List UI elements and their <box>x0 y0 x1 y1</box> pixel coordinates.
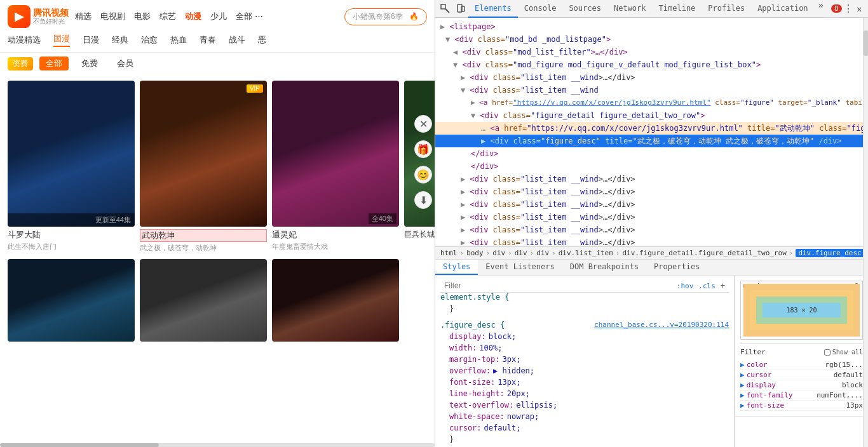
tab-console[interactable]: Console <box>518 0 563 18</box>
dom-line-mod-bd[interactable]: ▼ <div class="mod_bd _mod_listpage"> <box>435 33 868 46</box>
bc-figure-detail[interactable]: div.figure_detail.figure_detail_two_row <box>622 249 786 257</box>
dom-line-list-item-7[interactable]: ▶ <div class="list_item __wind>…</div> <box>435 223 868 236</box>
nav-quanbu[interactable]: 全部 ⋯ <box>236 11 263 22</box>
dom-line-anchor-cover[interactable]: ▶ <a href="https://v.qq.com/x/cover/jg1s… <box>435 97 868 109</box>
expand-font-size[interactable]: ▶ <box>740 401 745 410</box>
expand-cursor[interactable]: ▶ <box>740 371 745 379</box>
card-sub-tongling: 年度鬼畜爱情大戏 <box>272 242 399 251</box>
add-rule-button[interactable]: + <box>721 281 725 290</box>
search-box[interactable]: 小猪佩奇第6季 🔥 <box>344 8 427 25</box>
filter-all[interactable]: 全部 <box>39 57 69 70</box>
card-row-1: 更新至44集 斗罗大陆 此生不悔入唐门 VIP 武动乾坤 武之极，破苍穹，动乾坤… <box>8 81 427 253</box>
dom-line-list-item-8[interactable]: ▶ <div class="list_item __wind>…</div> <box>435 236 868 246</box>
dom-line-list-item-5[interactable]: ▶ <div class="list_item __wind>…</div> <box>435 198 868 211</box>
tab-dom-breakpoints[interactable]: DOM Breakpoints <box>562 260 646 275</box>
cat-guoman[interactable]: 国漫 <box>53 33 70 47</box>
card-img-douluo: 更新至44集 <box>8 81 135 227</box>
hov-button[interactable]: :hov <box>677 282 694 290</box>
devtools-scrollbar[interactable] <box>863 18 868 447</box>
more-tabs-icon[interactable]: » <box>815 0 827 18</box>
bc-div2[interactable]: div <box>515 249 527 257</box>
dom-line-list-item-3[interactable]: ▶ <div class="list_item __wind>…</div> <box>435 173 868 185</box>
card-title-douluo: 斗罗大陆 <box>8 229 135 241</box>
bc-body[interactable]: body <box>466 249 484 257</box>
box-model: margin 3 border – padding- <box>735 276 868 417</box>
filter-member[interactable]: 会员 <box>111 57 140 70</box>
show-all-checkbox[interactable] <box>824 349 831 356</box>
nav-dianying[interactable]: 电影 <box>134 11 151 22</box>
cat-riman[interactable]: 日漫 <box>83 34 99 46</box>
cat-qingchun[interactable]: 青春 <box>200 34 216 46</box>
dom-line-figure-detail[interactable]: ▼ <div class="figure_detail figure_detai… <box>435 109 868 122</box>
nav-jingxuan[interactable]: 精选 <box>75 11 92 22</box>
cls-button[interactable]: .cls <box>698 282 715 290</box>
bc-div3[interactable]: div <box>536 249 549 257</box>
scroll-bar[interactable] <box>0 443 435 447</box>
card-tongling[interactable]: 全40集 通灵妃 年度鬼畜爱情大戏 <box>272 81 399 253</box>
card-wudong[interactable]: VIP 武动乾坤 武之极，破苍穹，动乾坤 <box>140 81 267 253</box>
card-row2-2[interactable] <box>140 259 267 342</box>
devtools-close-icon[interactable]: ✕ <box>855 3 864 15</box>
card-douluo[interactable]: 更新至44集 斗罗大陆 此生不悔入唐门 <box>8 81 135 253</box>
filter-free[interactable]: 免费 <box>75 57 104 70</box>
css-prop-overflow: overflow:▶ hidden; <box>440 365 729 377</box>
tab-timeline[interactable]: Timeline <box>653 0 702 18</box>
dom-line-list-item-4[interactable]: ▶ <div class="list_item __wind>…</div> <box>435 185 868 198</box>
card-row2-3[interactable] <box>272 259 399 342</box>
logo-area: ▶ 腾讯视频 不负好时光 <box>8 5 69 28</box>
tab-event-listeners[interactable]: Event Listeners <box>478 260 562 275</box>
tab-network[interactable]: Network <box>607 0 653 18</box>
tab-application[interactable]: Application <box>751 0 814 18</box>
dom-line-listpage[interactable]: ▶ <listpage> <box>435 20 868 33</box>
dom-line-list-item-2[interactable]: ▼ <div class="list_item __wind <box>435 84 868 97</box>
tab-sources[interactable]: Sources <box>562 0 607 18</box>
cat-e[interactable]: 恶 <box>258 34 266 46</box>
cat-jingdian[interactable]: 经典 <box>112 34 128 46</box>
expand-font-family[interactable]: ▶ <box>740 391 745 399</box>
cat-rexue[interactable]: 热血 <box>170 34 187 46</box>
cat-dongman-jingxuan[interactable]: 动漫精选 <box>8 34 41 46</box>
expand-display[interactable]: ▶ <box>740 381 745 389</box>
filter-input[interactable] <box>444 281 677 290</box>
expand-color[interactable]: ▶ <box>740 361 745 369</box>
device-icon[interactable] <box>454 3 467 15</box>
cat-zhandou[interactable]: 战斗 <box>229 34 245 46</box>
nav-dianshiju[interactable]: 电视剧 <box>100 11 125 22</box>
tab-styles[interactable]: Styles <box>435 260 478 275</box>
inspect-icon[interactable] <box>439 3 452 15</box>
icon-down-arrow[interactable]: ⬇ <box>414 191 432 209</box>
bc-html[interactable]: html <box>440 249 458 257</box>
bc-figure-desc[interactable]: div.figure_desc <box>796 249 864 257</box>
bc-list-item[interactable]: div.list_item <box>559 249 613 257</box>
card-sub-douluo: 此生不悔入唐门 <box>8 242 135 251</box>
padding-layer: 183 × 20 <box>756 297 847 324</box>
devtools-menu-icon[interactable]: ⋮ <box>843 3 853 15</box>
cat-zhiyu[interactable]: 治愈 <box>141 34 158 46</box>
dom-line-figure-title[interactable]: … <a href="https://v.qq.com/x/cover/jg1s… <box>435 122 868 135</box>
tab-properties[interactable]: Properties <box>646 260 707 275</box>
tab-elements[interactable]: Elements <box>468 0 518 18</box>
dom-line-list-item-1[interactable]: ▶ <div class="list_item __wind>…</div> <box>435 71 868 84</box>
breadcrumb: html › body › div › div › div › div.list… <box>435 246 868 260</box>
icon-x[interactable]: ✕ <box>414 115 432 133</box>
tab-profiles[interactable]: Profiles <box>702 0 751 18</box>
card-row2-1[interactable] <box>8 259 135 342</box>
icon-smiley[interactable]: 😊 <box>414 166 432 183</box>
dom-line-figure-desc[interactable]: ▶ <div class="figure_desc" title="武之极，破苍… <box>435 135 868 147</box>
dom-line-list-item-6[interactable]: ▶ <div class="list_item __wind>…</div> <box>435 211 868 223</box>
bc-div1[interactable]: div <box>492 249 505 257</box>
nav-zongyi[interactable]: 综艺 <box>159 11 176 22</box>
icon-gift[interactable]: 🎁 <box>414 140 432 158</box>
ep-badge-douluo: 更新至44集 <box>8 213 135 227</box>
card-title-tongling: 通灵妃 <box>272 229 399 241</box>
dom-line-close-div-1[interactable]: </div> <box>435 147 868 160</box>
dom-line-close-div-2[interactable]: </div> <box>435 160 868 173</box>
css-prop-close: } <box>440 303 729 314</box>
dom-line-mod-figure[interactable]: ▼ <div class="mod_figure mod_figure_v_de… <box>435 58 868 71</box>
border-layer: padding- 183 × 20 <box>750 290 853 330</box>
dom-line-mod-list-filter[interactable]: ◀ <div class="mod_list_filter">…</div> <box>435 46 868 58</box>
css-source-channel[interactable]: channel_base.cs...v=20190320:114 <box>594 321 729 331</box>
nav-dongman[interactable]: 动漫 <box>185 11 201 22</box>
nav-shaor[interactable]: 少儿 <box>210 11 227 22</box>
svg-rect-0 <box>441 4 445 9</box>
